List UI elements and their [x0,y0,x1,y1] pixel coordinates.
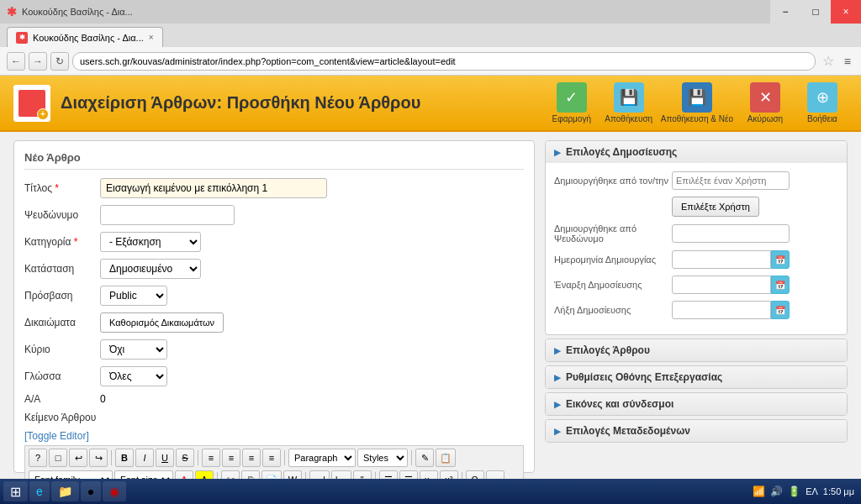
publish-options-header[interactable]: ▶ Επιλογές Δημοσίευσης [546,141,847,163]
images-links-header[interactable]: ▶ Εικόνες και σύνδεσμοι [546,393,847,415]
browser-menu-button[interactable]: ≡ [841,55,854,68]
joomla-logo: + [13,85,50,122]
address-bar[interactable] [72,52,816,71]
article-text-label: Κείμενο Άρθρου [24,412,100,423]
language-select[interactable]: Όλες [100,366,167,386]
title-label: Τίτλος * [24,182,100,194]
taskbar-chrome[interactable]: ● [81,481,101,501]
metadata-arrow-icon: ▶ [554,427,561,436]
select-user-button[interactable]: Επιλέξτε Χρήστη [672,197,759,217]
clear-format-button[interactable]: ✎ [415,449,434,467]
tab-close-button[interactable]: × [149,33,154,42]
apply-button[interactable]: ✓ Εφαρμογή [547,82,597,123]
joomla-icon: ✱ [7,5,17,18]
created-by-label: Δημιουργήθηκε από τον/την [554,176,672,186]
save-icon: 💾 [614,82,644,113]
start-publish-input[interactable] [672,276,771,294]
status-label: Κατάσταση [24,263,100,275]
system-clock: 1:50 μμ [823,486,854,496]
editor-redo-button[interactable]: ↪ [89,449,108,467]
start-button[interactable]: ⊞ [3,481,28,501]
bold-button[interactable]: B [115,449,134,467]
tab-bar: ✱ Κουκούδης Βασίλης - Δια... × [0,24,861,47]
category-row: Κατηγορία * - Εξάσκηση [24,232,524,252]
end-publish-calendar[interactable]: 📅 [771,301,790,319]
forward-button[interactable]: → [29,52,47,71]
paragraph-select[interactable]: Paragraph [288,449,356,467]
italic-button[interactable]: I [135,449,154,467]
created-date-input[interactable] [672,250,771,269]
apply-icon: ✓ [557,82,587,113]
category-select[interactable]: - Εξάσκηση [100,232,201,252]
refresh-button[interactable]: ↻ [50,52,69,71]
network-icon: 📶 [753,486,765,497]
styles-select[interactable]: Styles [357,449,408,467]
window-controls: − □ × [770,0,861,24]
end-publish-label: Λήξη Δημοσίευσης [554,305,672,315]
align-right-button[interactable]: ≡ [242,449,261,467]
start-publish-calendar[interactable]: 📅 [771,276,790,294]
editor-options-header[interactable]: ▶ Ρυθμίσεις Οθόνης Επεξεργασίας [546,366,847,388]
article-options-label: Επιλογές Άρθρου [566,344,650,356]
publish-arrow-icon: ▶ [554,148,561,157]
close-button[interactable]: × [831,0,861,24]
save-new-button[interactable]: 💾 Αποθήκευση & Νέο [661,82,733,123]
taskbar-app[interactable]: ◉ [103,481,126,501]
save-button[interactable]: 💾 Αποθήκευση [604,82,654,123]
help-label: Βοήθεια [807,114,837,123]
bookmark-star[interactable]: ☆ [819,53,837,69]
end-publish-input[interactable] [672,301,771,319]
editor-undo-button[interactable]: ↩ [69,449,87,467]
created-date-label: Ημερομηνία Δημιουργίας [554,255,672,265]
rights-button[interactable]: Καθορισμός Δικαιωμάτων [100,312,224,333]
created-by-input[interactable] [672,171,790,190]
access-select[interactable]: Public [100,286,167,306]
created-alias-input[interactable] [672,224,790,243]
toolbar-buttons: ✓ Εφαρμογή 💾 Αποθήκευση 💾 Αποθήκευση & Ν… [547,82,848,123]
access-row: Πρόσβαση Public [24,286,524,306]
paste-button[interactable]: 📋 [436,449,456,467]
end-publish-row: Λήξη Δημοσίευσης 📅 [554,301,838,319]
start-publish-row: Έναρξη Δημοσίευσης 📅 [554,276,838,294]
maximize-button[interactable]: □ [800,0,831,24]
separator1 [111,450,112,465]
cancel-label: Ακύρωση [747,114,783,123]
strikethrough-button[interactable]: S [176,449,194,467]
cancel-button[interactable]: ✕ Ακύρωση [740,82,790,123]
taskbar-explorer[interactable]: 📁 [51,481,79,501]
ie-icon: e [36,485,43,498]
back-button[interactable]: ← [7,52,25,71]
tab-favicon: ✱ [16,32,28,44]
start-icon: ⊞ [10,484,21,500]
editor-new-button[interactable]: □ [49,449,67,467]
taskbar-ie[interactable]: e [29,481,50,501]
minimize-button[interactable]: − [770,0,800,24]
id-value: 0 [100,393,106,405]
active-tab[interactable]: ✱ Κουκούδης Βασίλης - Δια... × [7,27,163,47]
alias-input[interactable] [100,205,235,225]
status-row: Κατάσταση Δημοσιευμένο [24,259,524,279]
rights-row: Δικαιώματα Καθορισμός Δικαιωμάτων [24,312,524,333]
align-center-button[interactable]: ≡ [222,449,240,467]
metadata-header[interactable]: ▶ Επιλογές Μεταδεδομένων [546,420,847,442]
align-left-button[interactable]: ≡ [202,449,220,467]
article-options-header[interactable]: ▶ Επιλογές Άρθρου [546,339,847,361]
featured-label: Κύριο [24,344,100,355]
start-publish-label: Έναρξη Δημοσίευσης [554,280,672,290]
help-button[interactable]: ⊕ Βοήθεια [797,82,848,123]
save-new-label: Αποθήκευση & Νέο [661,114,733,123]
publish-options-content: Δημιουργήθηκε από τον/την Επιλέξτε Χρήστ… [546,163,847,334]
align-justify-button[interactable]: ≡ [262,449,281,467]
underline-button[interactable]: U [156,449,174,467]
joomla-toolbar: + Διαχείριση Άρθρων: Προσθήκη Νέου Άρθρο… [0,76,861,132]
article-form: Νέο Άρθρο Τίτλος * Ψευδώνυμο Κατηγορία *… [13,140,535,473]
title-input[interactable] [100,178,327,198]
status-select[interactable]: Δημοσιευμένο [100,259,201,279]
help-icon: ⊕ [807,82,837,113]
folder-icon: 📁 [58,485,72,498]
access-label: Πρόσβαση [24,290,100,302]
editor-help-button[interactable]: ? [29,449,47,467]
created-date-calendar[interactable]: 📅 [771,250,790,269]
toggle-editor[interactable]: [Toggle Editor] [24,430,524,442]
featured-select[interactable]: Όχι [100,339,167,360]
